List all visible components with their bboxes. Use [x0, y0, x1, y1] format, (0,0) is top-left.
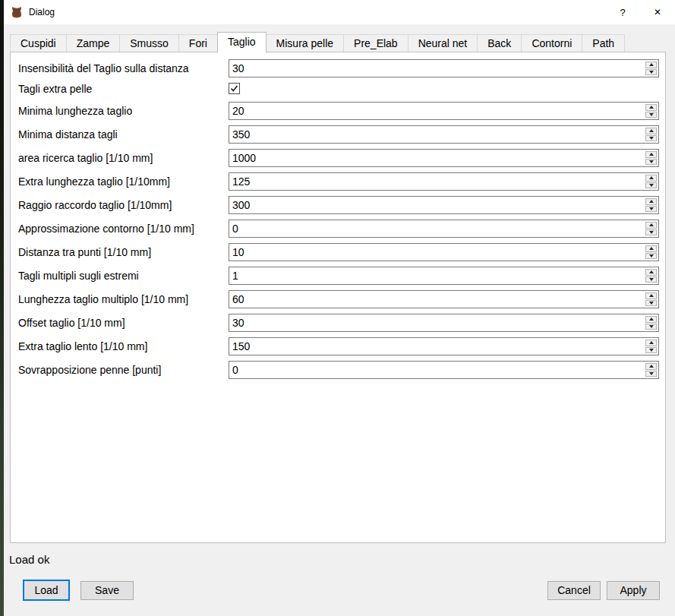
spin-up-button[interactable]	[645, 128, 657, 134]
triangle-down-icon	[649, 302, 654, 305]
tab-taglio[interactable]: Taglio	[217, 32, 267, 53]
spin-down-button[interactable]	[645, 159, 657, 166]
triangle-down-icon	[649, 207, 654, 210]
apply-button[interactable]: Apply	[607, 581, 660, 600]
spin-up-button[interactable]	[645, 62, 657, 68]
spinbox-input[interactable]	[229, 362, 658, 378]
spin-down-button[interactable]	[645, 300, 657, 307]
window-title: Dialog	[29, 7, 605, 17]
field-label: Distanza tra punti [1/10 mm]	[18, 246, 229, 258]
spinbox-input[interactable]	[229, 126, 658, 143]
spinbox[interactable]	[229, 361, 659, 379]
spin-up-button[interactable]	[645, 340, 657, 346]
form-row: Raggio raccordo taglio [1/10mm]	[18, 196, 659, 214]
checkmark-icon	[229, 84, 239, 93]
spin-up-button[interactable]	[645, 245, 657, 252]
spin-up-button[interactable]	[645, 292, 657, 299]
field-label: Extra lunghezza taglio [1/10mm]	[18, 175, 229, 188]
tab-bar: Cuspidi Zampe Smusso Fori Taglio Misura …	[10, 31, 675, 52]
form-row: Distanza tra punti [1/10 mm]	[18, 243, 659, 261]
tab-label: Smusso	[130, 37, 169, 49]
tab-contorni[interactable]: Contorni	[521, 34, 582, 52]
spinbox-input[interactable]	[229, 314, 658, 331]
spinbox[interactable]	[229, 196, 659, 214]
spin-up-button[interactable]	[645, 316, 657, 323]
triangle-up-icon	[649, 129, 654, 132]
spin-up-button[interactable]	[645, 269, 657, 276]
spin-down-button[interactable]	[645, 206, 657, 213]
spinbox[interactable]	[229, 267, 659, 285]
save-button[interactable]: Save	[80, 581, 134, 600]
status-message: Load ok	[9, 553, 49, 566]
spinbox-input[interactable]	[229, 291, 658, 308]
triangle-down-icon	[649, 325, 654, 328]
form-row: Sovrapposizione penne [punti]	[18, 361, 659, 379]
spinbox-input[interactable]	[229, 244, 658, 261]
spinbox[interactable]	[229, 290, 659, 308]
field-label: Offset taglio [1/10 mm]	[18, 317, 229, 329]
spinbox-input[interactable]	[229, 220, 658, 237]
triangle-up-icon	[649, 200, 654, 203]
cancel-button[interactable]: Cancel	[547, 581, 601, 600]
spin-down-button[interactable]	[645, 276, 657, 283]
spin-down-button[interactable]	[645, 371, 657, 377]
help-button[interactable]: ?	[605, 0, 640, 24]
spinbox-input[interactable]	[229, 173, 658, 190]
form-row: Tagli multipli sugli estremi	[18, 267, 659, 285]
tab-neural-net[interactable]: Neural net	[408, 34, 478, 52]
spinbox-input[interactable]	[229, 197, 658, 213]
form-row: Approssimazione contorno [1/10 mm]	[18, 220, 659, 238]
spin-buttons	[645, 61, 658, 76]
spin-down-button[interactable]	[645, 347, 657, 354]
form-row: Lunghezza taglio multiplo [1/10 mm]	[18, 290, 659, 308]
tab-cuspidi[interactable]: Cuspidi	[10, 34, 67, 52]
tab-misura-pelle[interactable]: Misura pelle	[266, 34, 344, 52]
spinbox[interactable]	[229, 59, 659, 77]
close-icon[interactable]: ✕	[640, 0, 675, 24]
spinbox[interactable]	[229, 172, 659, 191]
spin-down-button[interactable]	[645, 182, 657, 189]
form-row: area ricerca taglio [1/10 mm]	[18, 149, 659, 167]
spinbox-input[interactable]	[229, 150, 658, 166]
tab-pre-elab[interactable]: Pre_Elab	[343, 34, 408, 52]
spin-up-button[interactable]	[645, 198, 657, 205]
field-label: Minima distanza tagli	[18, 128, 229, 141]
spinbox[interactable]	[229, 243, 659, 261]
spinbox-input[interactable]	[229, 60, 658, 77]
load-button[interactable]: Load	[23, 580, 70, 601]
spin-down-button[interactable]	[645, 135, 657, 142]
spin-down-button[interactable]	[645, 229, 657, 236]
spin-up-button[interactable]	[645, 363, 657, 370]
spinbox[interactable]	[229, 102, 659, 120]
spin-up-button[interactable]	[645, 104, 657, 111]
spin-buttons	[645, 174, 658, 189]
spin-down-button[interactable]	[645, 253, 657, 260]
spin-up-button[interactable]	[645, 222, 657, 229]
tab-back[interactable]: Back	[477, 34, 522, 52]
tab-path[interactable]: Path	[582, 34, 625, 52]
spin-buttons	[645, 245, 658, 260]
tab-zampe[interactable]: Zampe	[66, 34, 121, 52]
leather-hide-icon	[10, 5, 24, 19]
spinbox-input[interactable]	[229, 338, 658, 355]
spinbox[interactable]	[229, 125, 659, 144]
spin-down-button[interactable]	[645, 324, 657, 330]
field-label: Extra taglio lento [1/10 mm]	[18, 340, 229, 352]
spinbox-input[interactable]	[229, 267, 658, 284]
checkbox[interactable]	[229, 83, 240, 94]
spin-down-button[interactable]	[645, 69, 657, 76]
tab-label: Neural net	[418, 37, 468, 49]
spinbox[interactable]	[229, 314, 659, 332]
spinbox-input[interactable]	[229, 103, 658, 119]
spin-up-button[interactable]	[645, 151, 657, 158]
tab-smusso[interactable]: Smusso	[119, 34, 179, 52]
spin-down-button[interactable]	[645, 112, 657, 118]
spinbox[interactable]	[229, 220, 659, 238]
spinbox[interactable]	[229, 337, 659, 355]
triangle-down-icon	[649, 184, 654, 187]
spin-up-button[interactable]	[645, 175, 657, 182]
spinbox[interactable]	[229, 149, 659, 167]
tab-fori[interactable]: Fori	[178, 34, 218, 52]
triangle-down-icon	[649, 278, 654, 281]
tab-label: Contorni	[531, 37, 572, 49]
